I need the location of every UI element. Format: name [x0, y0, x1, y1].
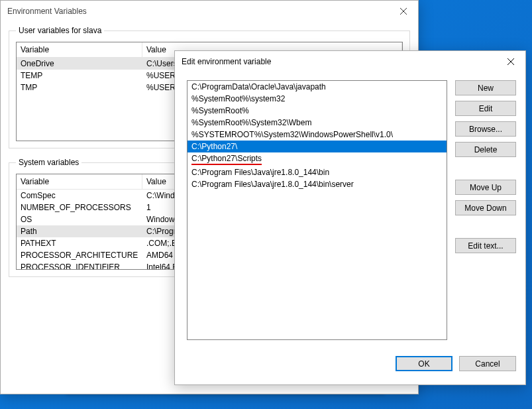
edit-button[interactable]: Edit	[455, 101, 516, 116]
column-header-variable[interactable]: Variable	[17, 42, 142, 57]
new-button[interactable]: New	[455, 80, 516, 95]
edit-text-button[interactable]: Edit text...	[455, 238, 516, 253]
cancel-button[interactable]: Cancel	[459, 356, 516, 371]
move-up-button[interactable]: Move Up	[455, 180, 516, 195]
cell-variable: OneDrive	[17, 58, 142, 70]
close-icon[interactable]	[496, 52, 525, 72]
dialog-buttons: OK Cancel	[175, 349, 525, 371]
cell-variable: PATHEXT	[17, 237, 142, 249]
browse-button[interactable]: Browse...	[455, 121, 516, 137]
cell-variable: Path	[17, 225, 142, 237]
list-item[interactable]: C:\Python27\	[187, 141, 447, 152]
system-variables-legend: System variables	[16, 158, 81, 167]
list-item[interactable]: %SystemRoot%\system32	[187, 93, 447, 105]
user-variables-legend: User variables for slava	[16, 26, 104, 35]
edit-buttons-column: New Edit Browse... Delete Move Up Move D…	[455, 80, 516, 340]
list-item[interactable]: C:\Python27\Scripts	[187, 152, 447, 166]
list-item[interactable]: C:\Program Files\Java\jre1.8.0_144\bin	[187, 166, 447, 178]
cell-variable: PROCESSOR_ARCHITECTURE	[17, 249, 142, 261]
titlebar-edit[interactable]: Edit environment variable	[175, 51, 525, 72]
list-item[interactable]: %SystemRoot%\System32\Wbem	[187, 117, 447, 129]
list-item[interactable]: %SYSTEMROOT%\System32\WindowsPowerShell\…	[187, 129, 447, 141]
path-entries-list[interactable]: C:\ProgramData\Oracle\Java\javapath%Syst…	[187, 80, 447, 340]
list-item-label: C:\Python27\Scripts	[191, 154, 262, 165]
cell-variable: ComSpec	[17, 190, 142, 202]
cell-variable: TEMP	[17, 70, 142, 82]
cell-variable: PROCESSOR_IDENTIFIER	[17, 261, 142, 270]
cell-variable: TMP	[17, 82, 142, 93]
edit-environment-variable-window: Edit environment variable C:\ProgramData…	[174, 50, 526, 385]
list-item[interactable]: C:\Program Files\Java\jre1.8.0_144\bin\s…	[187, 178, 447, 190]
ok-button[interactable]: OK	[396, 356, 452, 371]
cell-variable: OS	[17, 213, 142, 225]
titlebar-envvars[interactable]: Environment Variables	[1, 1, 418, 22]
cell-variable: NUMBER_OF_PROCESSORS	[17, 202, 142, 213]
column-header-variable[interactable]: Variable	[17, 174, 142, 189]
window-title: Edit environment variable	[182, 57, 271, 66]
list-item[interactable]: %SystemRoot%	[187, 105, 447, 117]
list-item[interactable]: C:\ProgramData\Oracle\Java\javapath	[187, 81, 447, 93]
delete-button[interactable]: Delete	[455, 142, 516, 157]
window-title: Environment Variables	[7, 7, 87, 16]
move-down-button[interactable]: Move Down	[455, 200, 516, 215]
close-icon[interactable]	[388, 1, 418, 21]
